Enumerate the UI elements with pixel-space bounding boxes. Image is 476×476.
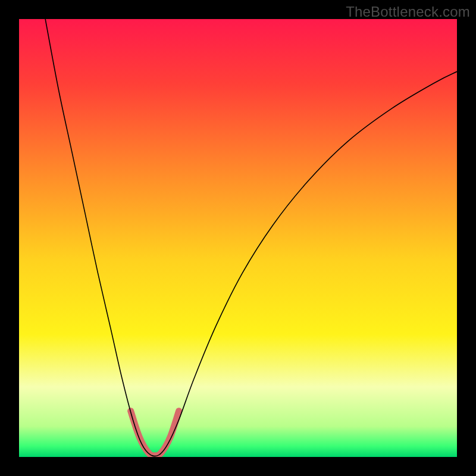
- gradient-background: [19, 19, 457, 457]
- watermark-text: TheBottleneck.com: [346, 4, 470, 20]
- chart-svg: [19, 19, 457, 457]
- chart-frame: TheBottleneck.com: [0, 0, 476, 476]
- plot-area: [19, 19, 457, 457]
